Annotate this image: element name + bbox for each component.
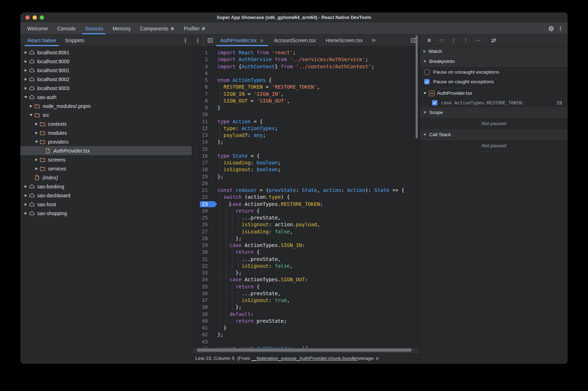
code-line[interactable]: 44export const AuthProvider = ({ [192, 345, 420, 348]
code-line[interactable]: 12 type: ActionTypes; [192, 125, 420, 132]
breakpoint-file-group[interactable]: <> AuthProvider.tsx [420, 88, 568, 98]
line-gutter[interactable]: 10 [192, 111, 217, 118]
gear-icon[interactable] [548, 26, 554, 31]
maximize-window-icon[interactable] [40, 15, 44, 20]
line-gutter[interactable]: 20 [192, 180, 217, 187]
chevron-down-icon[interactable] [23, 96, 28, 98]
line-gutter[interactable]: 14 [192, 139, 217, 145]
breakpoints-section-header[interactable]: Breakpoints [420, 56, 568, 66]
tree-item-localhost-8081[interactable]: localhost:8081 [20, 48, 192, 57]
code-line[interactable]: 37 isSignout: true, [192, 297, 420, 304]
watch-section-header[interactable]: Watch [420, 46, 568, 56]
code-line[interactable]: 3import {AuthContext} from '../contexts/… [192, 63, 420, 70]
line-gutter[interactable]: 18 [192, 166, 217, 173]
main-tab-welcome[interactable]: Welcome [23, 23, 53, 34]
tree-item-node-modules-pnpm[interactable]: node_modules/.pnpm [20, 102, 192, 110]
close-window-icon[interactable] [25, 15, 30, 20]
tree-item-modules[interactable]: modules [20, 128, 192, 137]
line-gutter[interactable]: 41 [192, 325, 217, 331]
code-line[interactable]: 34 case ActionTypes.SIGN_OUT: [192, 276, 420, 283]
tree-item-services[interactable]: services [20, 164, 192, 173]
editor-tab-homescreen-tsx[interactable]: HomeScreen.tsx [321, 35, 368, 46]
tree-item-sas-auth[interactable]: sas-auth [20, 93, 192, 102]
code-line[interactable]: 2import AuthService from '../services/Au… [192, 56, 420, 63]
code-line[interactable]: 22 switch (action.type) { [192, 194, 420, 201]
line-gutter[interactable]: 43 [192, 338, 217, 345]
main-tab-console[interactable]: Console [53, 23, 80, 34]
line-gutter[interactable]: 21 [192, 187, 217, 194]
line-gutter[interactable]: 5 [192, 77, 217, 84]
code-line[interactable]: 17 isLoading: boolean; [192, 159, 420, 166]
line-gutter[interactable]: 26 [192, 221, 217, 228]
tree-item-sas-shopping[interactable]: sas-shopping [20, 209, 192, 218]
tree-item-contexts[interactable]: contexts [20, 119, 192, 128]
line-gutter[interactable]: 1 [192, 49, 217, 56]
code-line[interactable]: 43 [192, 338, 420, 345]
code-line[interactable]: 41 } [192, 325, 420, 331]
line-gutter[interactable]: 36 [192, 290, 217, 297]
code-editor[interactable]: 1import React from 'react';2import AuthS… [192, 46, 420, 348]
line-gutter[interactable]: 34 [192, 276, 217, 283]
navigator-tab-snippets[interactable]: Snippets [60, 35, 88, 46]
code-line[interactable]: 6 RESTORE_TOKEN = 'RESTORE_TOKEN', [192, 84, 420, 90]
tree-item-src[interactable]: src [20, 110, 192, 119]
breakpoint-checkbox[interactable] [432, 100, 437, 105]
chevron-down-icon[interactable] [34, 141, 39, 143]
editor-tabs-overflow-button[interactable] [368, 35, 380, 46]
debugger-toggle-button[interactable] [411, 35, 420, 46]
line-gutter[interactable]: 40 [192, 318, 217, 325]
code-line[interactable]: 7 SIGN_IN = 'SIGN_IN', [192, 91, 420, 98]
line-gutter[interactable]: 33 [192, 269, 217, 276]
bundle-link[interactable]: __federation_expose_AuthProvider.chunk.b… [251, 356, 357, 361]
line-gutter[interactable]: 19 [192, 173, 217, 180]
code-line[interactable]: 11type Action = { [192, 118, 420, 125]
code-line[interactable]: 42}; [192, 331, 420, 338]
editor-tab-authprovider-tsx[interactable]: AuthProvider.tsx [215, 35, 269, 46]
code-line[interactable]: 14}; [192, 139, 420, 145]
tree-item-sas-dashboard[interactable]: sas-dashboard [20, 191, 192, 200]
code-line[interactable]: 8 SIGN_OUT = 'SIGN_OUT', [192, 98, 420, 104]
navigator-menu[interactable] [182, 35, 192, 46]
code-line[interactable]: 35 return { [192, 283, 420, 290]
horizontal-scrollbar-track[interactable] [192, 348, 420, 352]
line-gutter[interactable]: 17 [192, 159, 217, 166]
code-line[interactable]: 39 default: [192, 311, 420, 318]
scope-section-header[interactable]: Scope [420, 108, 568, 118]
tree-item--index-[interactable]: (index) [20, 173, 192, 182]
editor-tab-accountscreen-tsx[interactable]: AccountScreen.tsx [269, 35, 321, 46]
tree-item-localhost-9002[interactable]: localhost:9002 [20, 75, 192, 84]
close-icon[interactable] [260, 38, 264, 43]
code-line[interactable]: 9} [192, 104, 420, 111]
main-tab-components[interactable]: Components [135, 23, 179, 34]
chevron-right-icon[interactable] [23, 60, 28, 63]
line-gutter[interactable]: 32 [192, 263, 217, 269]
line-gutter[interactable]: 29 [192, 242, 217, 249]
pause-button[interactable] [426, 38, 432, 43]
code-line[interactable]: 32 isSignout: false, [192, 263, 420, 269]
line-gutter[interactable]: 9 [192, 104, 217, 111]
line-gutter[interactable]: 28 [192, 235, 217, 242]
line-gutter[interactable]: 22 [192, 194, 217, 201]
code-line[interactable]: 13 payload?: any; [192, 132, 420, 139]
code-line[interactable]: 21const reducer = (prevState: State, act… [192, 187, 420, 194]
code-line[interactable]: 24 return { [192, 208, 420, 214]
line-gutter[interactable]: 12 [192, 125, 217, 132]
chevron-right-icon[interactable] [23, 185, 28, 188]
code-line[interactable]: 31 ...prevState, [192, 256, 420, 263]
line-gutter[interactable]: 8 [192, 98, 217, 104]
line-gutter[interactable]: 39 [192, 311, 217, 318]
line-gutter[interactable]: 13 [192, 132, 217, 139]
line-gutter[interactable]: 27 [192, 228, 217, 235]
exception-option[interactable]: Pause on caught exceptions [420, 77, 568, 86]
chevron-right-icon[interactable] [34, 167, 39, 170]
chevron-right-icon[interactable] [23, 87, 28, 90]
chevron-right-icon[interactable] [23, 78, 28, 81]
code-line[interactable]: 28 }; [192, 235, 420, 242]
tree-item-providers[interactable]: providers [20, 137, 192, 146]
vertical-scrollbar[interactable] [416, 35, 418, 138]
line-gutter[interactable]: 24 [192, 208, 217, 214]
code-line[interactable]: 15 [192, 146, 420, 153]
minimize-window-icon[interactable] [33, 15, 37, 20]
chevron-right-icon[interactable] [23, 203, 28, 206]
tree-item-localhost-9000[interactable]: localhost:9000 [20, 57, 192, 66]
